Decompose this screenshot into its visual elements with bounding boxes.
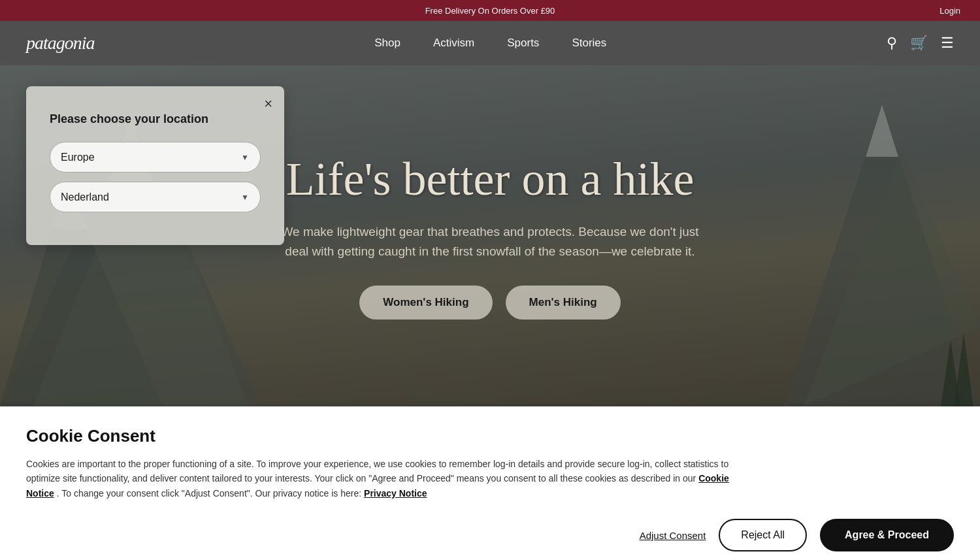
cookie-body-text-2: . To change your consent click "Adjust C… [57,488,361,499]
hero-buttons: Women's Hiking Men's Hiking [13,286,967,320]
mens-hiking-button[interactable]: Men's Hiking [506,286,621,320]
adjust-consent-button[interactable]: Adjust Consent [640,530,706,541]
location-modal: × Please choose your location Europe Nor… [26,86,284,245]
cookie-text: Cookies are important to the proper func… [26,457,745,501]
announcement-text: Free Delivery On Orders Over £90 [425,6,555,16]
hero-section: Life's better on a hike We make lightwei… [0,65,980,406]
menu-icon[interactable]: ☰ [941,35,954,52]
hero-subtitle: We make lightweight gear that breathes a… [278,222,702,262]
country-select-wrapper: Nederland Belgium France Germany United … [50,182,261,212]
privacy-notice-link[interactable]: Privacy Notice [364,488,427,499]
nav-item-sports[interactable]: Sports [507,37,539,50]
nav-item-stories[interactable]: Stories [572,37,606,50]
nav-item-activism[interactable]: Activism [433,37,474,50]
modal-close-button[interactable]: × [264,95,272,112]
cookie-title: Cookie Consent [26,426,954,446]
country-select[interactable]: Nederland Belgium France Germany United … [50,182,261,212]
search-icon[interactable]: ⚲ [887,35,897,52]
logo[interactable]: patagonia [26,33,95,54]
announcement-bar: Free Delivery On Orders Over £90 Login [0,0,980,21]
womens-hiking-button[interactable]: Women's Hiking [359,286,492,320]
nav-item-shop[interactable]: Shop [374,37,400,50]
cookie-actions: Adjust Consent Reject All Agree & Procee… [26,519,954,551]
region-select[interactable]: Europe North America Asia Pacific [50,142,261,172]
nav-icons: ⚲ 🛒 ☰ [887,35,954,52]
agree-proceed-button[interactable]: Agree & Proceed [820,519,954,551]
cart-icon[interactable]: 🛒 [910,35,928,52]
cookie-body-text: Cookies are important to the proper func… [26,459,728,484]
login-link[interactable]: Login [939,6,960,16]
cookie-consent-bar: Cookie Consent Cookies are important to … [0,406,980,558]
navbar: patagonia Shop Activism Sports Stories ⚲… [0,21,980,65]
region-select-wrapper: Europe North America Asia Pacific [50,142,261,172]
modal-title: Please choose your location [50,112,261,126]
reject-all-button[interactable]: Reject All [719,519,807,551]
nav-links: Shop Activism Sports Stories [374,37,606,50]
